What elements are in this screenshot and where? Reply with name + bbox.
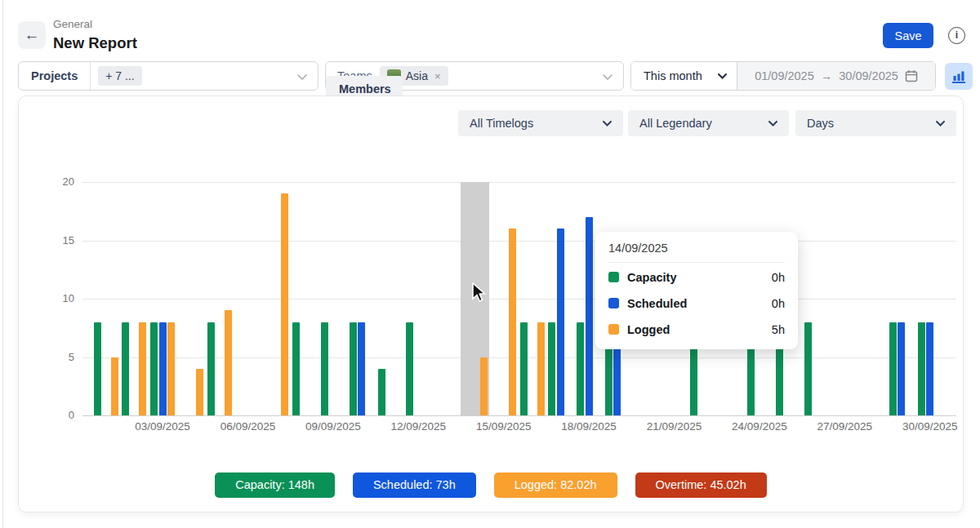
bar-logged[interactable]	[196, 369, 203, 415]
bar-capacity[interactable]	[378, 369, 385, 415]
bar-capacity[interactable]	[889, 322, 897, 415]
tooltip-date: 14/09/2025	[608, 242, 785, 263]
bar-capacity[interactable]	[918, 322, 925, 415]
chevron-down-icon	[603, 74, 612, 80]
series-swatch-icon	[608, 298, 619, 308]
back-arrow-icon: ←	[24, 26, 40, 43]
bar-chart: 14/09/2025 Capacity0hScheduled0hLogged5h…	[19, 96, 963, 512]
legend-badge-logged[interactable]: Logged: 82.02h	[494, 473, 617, 498]
report-chart-card: All Timelogs All Legendary Days 14/09/20…	[18, 95, 964, 512]
teams-members-filter[interactable]: Teams Members Asia ×	[325, 61, 624, 91]
breadcrumb: General	[53, 18, 92, 30]
legend-badge-capacity[interactable]: Capacity: 148h	[215, 473, 335, 498]
period-filter: This month 01/09/2025 → 30/09/2025	[630, 61, 936, 91]
y-axis-label: 0	[48, 409, 74, 421]
save-button[interactable]: Save	[883, 23, 933, 48]
y-axis-label: 10	[48, 292, 74, 304]
x-axis-label: 27/09/2025	[805, 420, 884, 433]
gridline	[82, 299, 956, 299]
series-swatch-icon	[608, 272, 619, 282]
bar-capacity[interactable]	[350, 322, 357, 415]
x-axis-label: 03/09/2025	[123, 420, 202, 433]
y-axis-label: 15	[48, 234, 74, 246]
remove-chip-icon[interactable]: ×	[434, 70, 441, 82]
bar-chart-icon	[951, 69, 967, 84]
x-axis-label: 09/09/2025	[294, 420, 372, 433]
left-edge-divider	[2, 0, 3, 528]
bar-capacity[interactable]	[321, 322, 328, 415]
legend-badge-overtime[interactable]: Overtime: 45.02h	[635, 473, 767, 498]
chart-tooltip: 14/09/2025 Capacity0hScheduled0hLogged5h	[595, 232, 798, 349]
bar-capacity[interactable]	[804, 322, 812, 415]
chart-legend: Capacity: 148hScheduled: 73hLogged: 82.0…	[19, 473, 963, 498]
filter-divider	[90, 62, 91, 90]
bar-capacity[interactable]	[207, 322, 215, 415]
bar-capacity[interactable]	[94, 322, 101, 415]
page-title: New Report	[53, 34, 137, 52]
tooltip-row: Scheduled0h	[608, 291, 785, 315]
bar-scheduled[interactable]	[586, 217, 593, 415]
projects-filter-dropdown[interactable]: Projects + 7 ...	[18, 61, 318, 91]
bar-scheduled[interactable]	[926, 322, 933, 415]
x-axis-label: 06/09/2025	[209, 420, 287, 433]
header: ← General New Report Save i	[0, 0, 980, 57]
tooltip-row: Capacity0h	[608, 265, 785, 289]
tooltip-series-label: Scheduled	[627, 297, 772, 310]
x-axis-label: 30/09/2025	[891, 420, 969, 433]
gridline	[82, 415, 956, 416]
bar-scheduled[interactable]	[159, 322, 167, 415]
back-button[interactable]: ←	[18, 21, 46, 49]
bar-logged[interactable]	[139, 322, 146, 415]
bar-scheduled[interactable]	[898, 322, 905, 415]
start-date: 01/09/2025	[755, 69, 814, 82]
chevron-down-icon	[297, 74, 307, 80]
member-chip-label: Asia	[406, 69, 428, 82]
tooltip-series-label: Capacity	[627, 271, 772, 284]
x-axis-label: 21/09/2025	[635, 420, 714, 433]
tooltip-series-value: 0h	[772, 297, 785, 310]
series-swatch-icon	[608, 324, 619, 335]
range-arrow: →	[821, 69, 833, 82]
bar-logged[interactable]	[509, 229, 516, 415]
y-axis-label: 5	[48, 351, 74, 363]
bar-capacity[interactable]	[548, 322, 555, 415]
mouse-cursor	[470, 282, 488, 304]
legend-badge-scheduled[interactable]: Scheduled: 73h	[353, 473, 476, 498]
bar-logged[interactable]	[167, 322, 175, 415]
date-range-picker[interactable]: 01/09/2025 → 30/09/2025	[737, 62, 935, 90]
projects-filter-label: Projects	[19, 69, 90, 82]
bar-logged[interactable]	[111, 357, 118, 416]
bar-logged[interactable]	[537, 322, 545, 415]
x-axis-label: 12/09/2025	[379, 420, 457, 433]
period-preset-label: This month	[644, 69, 702, 82]
bar-logged[interactable]	[225, 310, 232, 415]
calendar-icon	[905, 69, 918, 82]
tooltip-series-value: 0h	[772, 271, 785, 284]
bar-logged[interactable]	[281, 193, 288, 415]
bar-capacity[interactable]	[292, 322, 300, 415]
gridline	[82, 182, 956, 183]
info-icon[interactable]: i	[948, 27, 965, 44]
x-axis-label: 24/09/2025	[720, 420, 799, 433]
chart-view-button[interactable]	[945, 63, 973, 90]
y-axis-label: 20	[48, 175, 74, 188]
bar-capacity[interactable]	[577, 322, 584, 415]
tooltip-row: Logged5h	[608, 317, 785, 341]
bar-capacity[interactable]	[520, 322, 528, 415]
tooltip-series-value: 5h	[772, 323, 785, 336]
bar-capacity[interactable]	[406, 322, 413, 415]
x-axis-label: 18/09/2025	[550, 420, 628, 433]
tooltip-series-label: Logged	[627, 323, 772, 336]
bar-scheduled[interactable]	[557, 229, 564, 415]
end-date: 30/09/2025	[839, 69, 898, 82]
bar-logged[interactable]	[480, 357, 488, 416]
projects-more-chip[interactable]: + 7 ...	[98, 66, 141, 86]
period-preset-dropdown[interactable]: This month	[631, 62, 737, 90]
x-axis-label: 15/09/2025	[465, 420, 543, 433]
bar-capacity[interactable]	[122, 322, 129, 415]
bar-capacity[interactable]	[150, 322, 158, 415]
gridline	[82, 241, 956, 242]
chevron-down-icon	[718, 73, 727, 79]
bar-scheduled[interactable]	[358, 322, 365, 415]
